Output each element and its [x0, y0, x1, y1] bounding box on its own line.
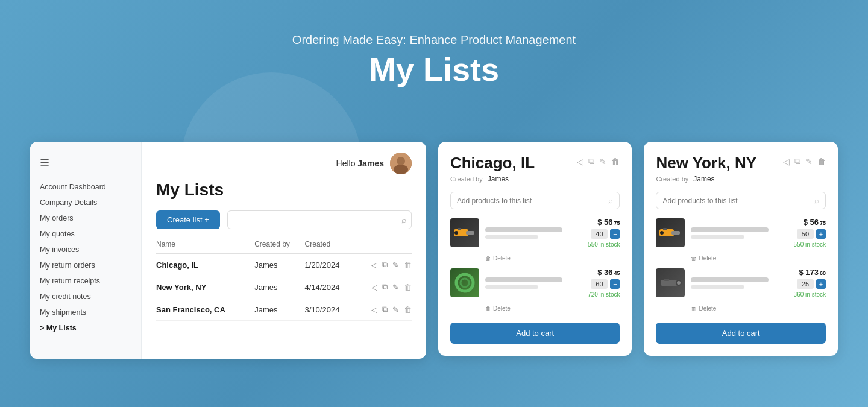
chicago-created-value: James [488, 175, 509, 183]
newyork-created-label: Created by [656, 175, 688, 183]
sidebar-item-my-invoices[interactable]: My invoices [30, 242, 141, 257]
chicago-delete-button-2[interactable]: 🗑 Delete [485, 305, 511, 312]
page-title: My Lists [156, 180, 412, 200]
delete-icon[interactable]: 🗑 [404, 283, 412, 292]
sidebar-nav: Account Dashboard Company Details My ord… [30, 179, 141, 336]
chicago-search-icon: ⌕ [608, 196, 613, 205]
product-name-placeholder [691, 277, 768, 282]
chicago-hose-image [450, 268, 479, 297]
sidebar-item-my-orders[interactable]: My orders [30, 210, 141, 226]
sidebar-link-my-quotes: My quotes [40, 230, 131, 238]
product-sku-placeholder [691, 235, 744, 239]
chicago-product-price-2: $ 3645 60 + 720 in stock [588, 268, 620, 298]
trash-icon: 🗑 [691, 305, 697, 312]
in-stock-label: 720 in stock [588, 291, 620, 298]
row-actions: ◁ ⧉ ✎ 🗑 [354, 260, 412, 270]
sidebar-link-my-credit-notes: My credit notes [40, 292, 131, 301]
search-input[interactable] [233, 211, 401, 229]
main-content: ☰ Account Dashboard Company Details My o… [30, 142, 838, 359]
list-created: 1/20/2024 [305, 254, 354, 276]
sidebar-link-my-orders: My orders [40, 214, 131, 222]
sidebar-item-company-details[interactable]: Company Details [30, 195, 141, 210]
sidebar-link-account-dashboard: Account Dashboard [40, 183, 131, 191]
qty-add-button[interactable]: + [816, 279, 826, 289]
edit-icon[interactable]: ✎ [392, 283, 399, 292]
product-sku-placeholder [485, 285, 538, 289]
qty-row: 25 + [797, 279, 826, 289]
edit-icon[interactable]: ✎ [392, 305, 399, 314]
newyork-delete-button-1[interactable]: 🗑 Delete [691, 255, 716, 262]
svg-point-7 [456, 274, 473, 291]
copy-icon[interactable]: ⧉ [794, 156, 800, 166]
sidebar: ☰ Account Dashboard Company Details My o… [30, 142, 142, 359]
share-icon[interactable]: ◁ [371, 260, 377, 270]
delete-icon[interactable]: 🗑 [611, 157, 620, 166]
chicago-product-row-1: $ 5675 40 + 550 in stock [450, 218, 620, 248]
list-created-by: James [254, 276, 304, 298]
newyork-delete-button-2[interactable]: 🗑 Delete [691, 305, 716, 312]
edit-icon[interactable]: ✎ [392, 260, 399, 270]
qty-value: 60 [591, 279, 608, 289]
share-icon[interactable]: ◁ [371, 305, 377, 314]
chicago-product-1: $ 5675 40 + 550 in stock 🗑 Delete [450, 218, 620, 262]
newyork-add-to-cart-button[interactable]: Add to cart [656, 323, 826, 344]
chicago-card-header: Chicago, IL ◁ ⧉ ✎ 🗑 [450, 154, 620, 172]
delete-icon[interactable]: 🗑 [817, 157, 826, 166]
svg-point-8 [461, 279, 469, 287]
newyork-grinder-image [656, 268, 685, 297]
share-icon[interactable]: ◁ [371, 283, 377, 292]
newyork-product-row-2: $ 17360 25 + 360 in stock [656, 268, 826, 298]
newyork-product-1: $ 5675 50 + 550 in stock 🗑 Delete [656, 218, 826, 262]
copy-icon[interactable]: ⧉ [382, 304, 388, 314]
svg-rect-11 [663, 228, 667, 230]
sidebar-item-my-credit-notes[interactable]: My credit notes [30, 289, 141, 304]
sidebar-item-my-shipments[interactable]: My shipments [30, 304, 141, 320]
share-icon[interactable]: ◁ [783, 157, 790, 166]
copy-icon[interactable]: ⧉ [588, 156, 594, 166]
delete-icon[interactable]: 🗑 [404, 260, 412, 270]
chicago-add-to-cart-button[interactable]: Add to cart [450, 323, 620, 344]
qty-add-button[interactable]: + [610, 279, 620, 289]
col-created: Created [305, 240, 354, 254]
edit-icon[interactable]: ✎ [599, 157, 606, 166]
sidebar-item-account-dashboard[interactable]: Account Dashboard [30, 179, 141, 195]
qty-add-button[interactable]: + [610, 229, 620, 239]
copy-icon[interactable]: ⧉ [382, 260, 388, 270]
edit-icon[interactable]: ✎ [805, 157, 813, 166]
list-created: 4/14/2024 [305, 276, 354, 298]
sidebar-item-my-return-receipts[interactable]: My return receipts [30, 273, 141, 289]
newyork-add-products-input[interactable] [662, 197, 814, 205]
svg-point-2 [394, 165, 408, 174]
create-list-button[interactable]: Create list + [156, 210, 220, 229]
row-actions: ◁ ⧉ ✎ 🗑 [354, 304, 412, 314]
chicago-delete-button-1[interactable]: 🗑 Delete [485, 255, 511, 262]
product-name-placeholder [691, 227, 768, 232]
chicago-add-products: ⌕ [450, 192, 620, 209]
header: Ordering Made Easy: Enhance Product Mana… [193, 33, 675, 88]
qty-add-button[interactable]: + [816, 229, 826, 239]
svg-point-6 [454, 231, 458, 235]
share-icon[interactable]: ◁ [577, 157, 583, 166]
toolbar: Create list + ⌕ [156, 210, 412, 229]
main-panel: Hello James My Lists Create list + ⌕ [142, 142, 426, 359]
in-stock-label: 360 in stock [794, 291, 826, 298]
svg-rect-13 [661, 280, 678, 286]
header-subtitle: Ordering Made Easy: Enhance Product Mana… [193, 33, 675, 47]
delete-icon[interactable]: 🗑 [404, 305, 412, 314]
chicago-delete-row-2: 🗑 Delete [450, 305, 620, 312]
sidebar-item-my-quotes[interactable]: My quotes [30, 226, 141, 242]
chicago-add-products-input[interactable] [457, 197, 609, 205]
sidebar-item-my-lists[interactable]: > My Lists [30, 320, 141, 336]
trash-icon: 🗑 [485, 255, 491, 262]
copy-icon[interactable]: ⧉ [382, 282, 388, 292]
product-name-placeholder [485, 277, 562, 282]
product-sku-placeholder [691, 285, 744, 289]
svg-rect-5 [458, 228, 461, 230]
sidebar-item-my-return-orders[interactable]: My return orders [30, 257, 141, 273]
hamburger-icon[interactable]: ☰ [30, 151, 141, 179]
list-created-by: James [254, 254, 304, 276]
qty-row: 60 + [591, 279, 620, 289]
chicago-card: Chicago, IL ◁ ⧉ ✎ 🗑 Created by James ⌕ [438, 142, 632, 356]
chicago-title: Chicago, IL [450, 154, 535, 172]
price-main: $ 36 [597, 268, 612, 277]
